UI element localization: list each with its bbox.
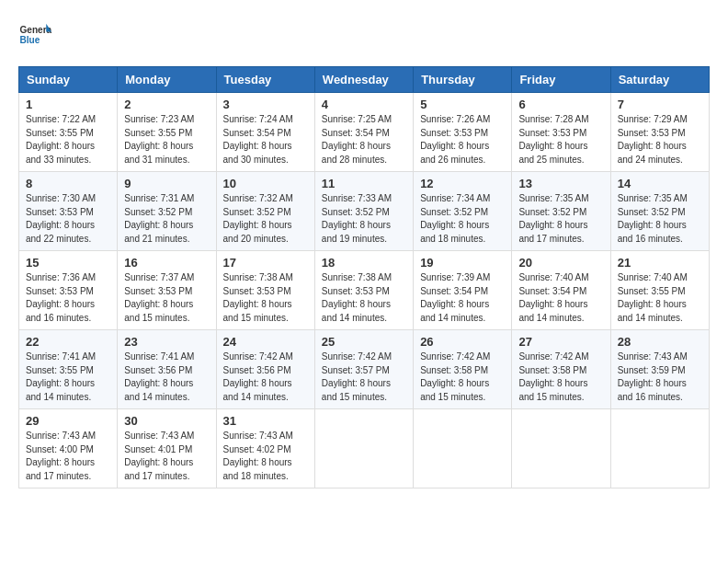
- daylight-label: Daylight: 8 hours and 25 minutes.: [518, 141, 587, 165]
- sunset-label: Sunset: 3:53 PM: [124, 286, 192, 296]
- sunrise-label: Sunrise: 7:36 AM: [26, 272, 96, 282]
- calendar-cell: 18 Sunrise: 7:38 AM Sunset: 3:53 PM Dayl…: [314, 251, 413, 330]
- day-detail: Sunrise: 7:30 AM Sunset: 3:53 PM Dayligh…: [26, 192, 110, 246]
- day-detail: Sunrise: 7:40 AM Sunset: 3:54 PM Dayligh…: [518, 271, 603, 325]
- day-number: 23: [124, 335, 209, 349]
- sunset-label: Sunset: 3:52 PM: [420, 207, 488, 217]
- sunset-label: Sunset: 3:52 PM: [518, 207, 586, 217]
- calendar-cell: 12 Sunrise: 7:34 AM Sunset: 3:52 PM Dayl…: [414, 172, 512, 251]
- sunset-label: Sunset: 3:56 PM: [124, 365, 192, 375]
- sunset-label: Sunset: 3:55 PM: [26, 128, 94, 138]
- week-row-5: 29 Sunrise: 7:43 AM Sunset: 4:00 PM Dayl…: [19, 409, 710, 488]
- sunset-label: Sunset: 4:02 PM: [223, 444, 291, 454]
- sunrise-label: Sunrise: 7:43 AM: [124, 431, 194, 441]
- column-header-sunday: Sunday: [19, 67, 118, 93]
- daylight-label: Daylight: 8 hours and 15 minutes.: [518, 378, 587, 402]
- daylight-label: Daylight: 8 hours and 14 minutes.: [618, 299, 687, 323]
- week-row-2: 8 Sunrise: 7:30 AM Sunset: 3:53 PM Dayli…: [19, 172, 710, 251]
- day-number: 28: [618, 335, 702, 349]
- daylight-label: Daylight: 8 hours and 33 minutes.: [26, 141, 95, 165]
- day-number: 15: [26, 256, 110, 270]
- day-number: 14: [618, 177, 702, 190]
- day-detail: Sunrise: 7:32 AM Sunset: 3:52 PM Dayligh…: [223, 192, 308, 246]
- sunset-label: Sunset: 3:58 PM: [518, 365, 586, 375]
- day-number: 2: [124, 98, 209, 111]
- daylight-label: Daylight: 8 hours and 15 minutes.: [322, 378, 391, 402]
- calendar-table: SundayMondayTuesdayWednesdayThursdayFrid…: [18, 66, 710, 488]
- daylight-label: Daylight: 8 hours and 16 minutes.: [618, 378, 687, 402]
- daylight-label: Daylight: 8 hours and 30 minutes.: [223, 141, 292, 165]
- day-number: 31: [223, 414, 308, 428]
- day-detail: Sunrise: 7:29 AM Sunset: 3:53 PM Dayligh…: [618, 113, 702, 167]
- day-number: 27: [518, 335, 603, 349]
- sunset-label: Sunset: 3:53 PM: [322, 286, 390, 296]
- day-number: 4: [322, 98, 406, 111]
- sunset-label: Sunset: 3:53 PM: [26, 207, 94, 217]
- sunset-label: Sunset: 3:52 PM: [124, 207, 192, 217]
- sunrise-label: Sunrise: 7:37 AM: [124, 272, 194, 282]
- day-number: 30: [124, 414, 209, 428]
- page-header: General Blue: [18, 18, 710, 52]
- column-header-tuesday: Tuesday: [216, 67, 314, 93]
- daylight-label: Daylight: 8 hours and 20 minutes.: [223, 220, 292, 244]
- day-number: 1: [26, 98, 110, 111]
- day-number: 3: [223, 98, 308, 111]
- day-number: 21: [618, 256, 702, 270]
- daylight-label: Daylight: 8 hours and 14 minutes.: [322, 299, 391, 323]
- week-row-3: 15 Sunrise: 7:36 AM Sunset: 3:53 PM Dayl…: [19, 251, 710, 330]
- day-number: 12: [420, 177, 505, 190]
- sunrise-label: Sunrise: 7:40 AM: [618, 272, 688, 282]
- sunset-label: Sunset: 3:54 PM: [223, 128, 291, 138]
- calendar-cell: 9 Sunrise: 7:31 AM Sunset: 3:52 PM Dayli…: [118, 172, 216, 251]
- day-number: 9: [124, 177, 209, 190]
- sunset-label: Sunset: 3:53 PM: [26, 286, 94, 296]
- week-row-1: 1 Sunrise: 7:22 AM Sunset: 3:55 PM Dayli…: [19, 93, 710, 172]
- sunset-label: Sunset: 3:53 PM: [420, 128, 488, 138]
- calendar-cell: 17 Sunrise: 7:38 AM Sunset: 3:53 PM Dayl…: [216, 251, 314, 330]
- day-detail: Sunrise: 7:24 AM Sunset: 3:54 PM Dayligh…: [223, 113, 308, 167]
- calendar-cell: 28 Sunrise: 7:43 AM Sunset: 3:59 PM Dayl…: [610, 330, 709, 409]
- logo-icon: General Blue: [18, 18, 51, 52]
- day-number: 25: [322, 335, 406, 349]
- daylight-label: Daylight: 8 hours and 26 minutes.: [420, 141, 489, 165]
- column-header-friday: Friday: [512, 67, 610, 93]
- sunset-label: Sunset: 4:01 PM: [124, 444, 192, 454]
- day-number: 11: [322, 177, 406, 190]
- day-number: 29: [26, 414, 110, 428]
- sunset-label: Sunset: 3:55 PM: [26, 365, 94, 375]
- sunrise-label: Sunrise: 7:35 AM: [518, 193, 588, 203]
- sunrise-label: Sunrise: 7:43 AM: [26, 431, 96, 441]
- sunrise-label: Sunrise: 7:23 AM: [124, 114, 194, 124]
- daylight-label: Daylight: 8 hours and 17 minutes.: [518, 220, 587, 244]
- calendar-cell: 27 Sunrise: 7:42 AM Sunset: 3:58 PM Dayl…: [512, 330, 610, 409]
- day-detail: Sunrise: 7:38 AM Sunset: 3:53 PM Dayligh…: [223, 271, 308, 325]
- day-detail: Sunrise: 7:31 AM Sunset: 3:52 PM Dayligh…: [124, 192, 209, 246]
- week-row-4: 22 Sunrise: 7:41 AM Sunset: 3:55 PM Dayl…: [19, 330, 710, 409]
- day-detail: Sunrise: 7:43 AM Sunset: 4:02 PM Dayligh…: [223, 430, 308, 483]
- daylight-label: Daylight: 8 hours and 24 minutes.: [618, 141, 687, 165]
- sunset-label: Sunset: 3:53 PM: [618, 128, 686, 138]
- daylight-label: Daylight: 8 hours and 16 minutes.: [26, 299, 95, 323]
- calendar-cell: [314, 409, 413, 488]
- day-number: 18: [322, 256, 406, 270]
- sunrise-label: Sunrise: 7:28 AM: [518, 114, 588, 124]
- day-detail: Sunrise: 7:35 AM Sunset: 3:52 PM Dayligh…: [518, 192, 603, 246]
- calendar-cell: 19 Sunrise: 7:39 AM Sunset: 3:54 PM Dayl…: [414, 251, 512, 330]
- day-detail: Sunrise: 7:28 AM Sunset: 3:53 PM Dayligh…: [518, 113, 603, 167]
- sunrise-label: Sunrise: 7:38 AM: [322, 272, 392, 282]
- daylight-label: Daylight: 8 hours and 17 minutes.: [26, 457, 95, 481]
- sunset-label: Sunset: 3:52 PM: [618, 207, 686, 217]
- sunset-label: Sunset: 3:58 PM: [420, 365, 488, 375]
- sunset-label: Sunset: 3:52 PM: [223, 207, 291, 217]
- sunset-label: Sunset: 3:54 PM: [322, 128, 390, 138]
- sunrise-label: Sunrise: 7:22 AM: [26, 114, 96, 124]
- sunrise-label: Sunrise: 7:40 AM: [518, 272, 588, 282]
- sunrise-label: Sunrise: 7:24 AM: [223, 114, 293, 124]
- calendar-cell: 3 Sunrise: 7:24 AM Sunset: 3:54 PM Dayli…: [216, 93, 314, 172]
- day-detail: Sunrise: 7:34 AM Sunset: 3:52 PM Dayligh…: [420, 192, 505, 246]
- calendar-cell: 21 Sunrise: 7:40 AM Sunset: 3:55 PM Dayl…: [610, 251, 709, 330]
- calendar-cell: 25 Sunrise: 7:42 AM Sunset: 3:57 PM Dayl…: [314, 330, 413, 409]
- daylight-label: Daylight: 8 hours and 21 minutes.: [124, 220, 193, 244]
- svg-text:Blue: Blue: [19, 35, 40, 45]
- sunrise-label: Sunrise: 7:43 AM: [223, 431, 293, 441]
